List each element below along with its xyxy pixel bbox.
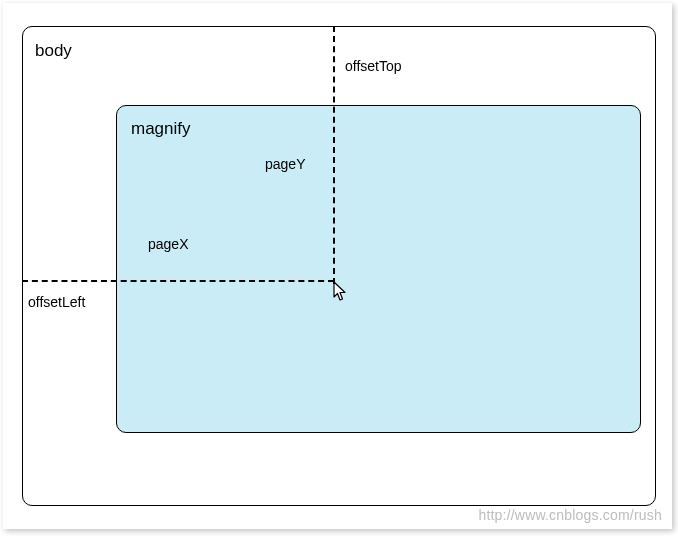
- pagey-label: pageY: [265, 156, 305, 172]
- diagram-canvas: body magnify offsetTop pageY pageX offse…: [3, 3, 672, 529]
- vertical-guide-line: [333, 26, 335, 284]
- offsettop-label: offsetTop: [345, 58, 402, 74]
- magnify-label: magnify: [131, 119, 191, 139]
- horizontal-guide-line: [22, 280, 334, 282]
- magnify-box: [116, 105, 641, 433]
- watermark-text: http://www.cnblogs.com/rush: [478, 507, 662, 523]
- pagex-label: pageX: [148, 236, 188, 252]
- offsetleft-label: offsetLeft: [28, 294, 85, 310]
- body-label: body: [35, 41, 72, 61]
